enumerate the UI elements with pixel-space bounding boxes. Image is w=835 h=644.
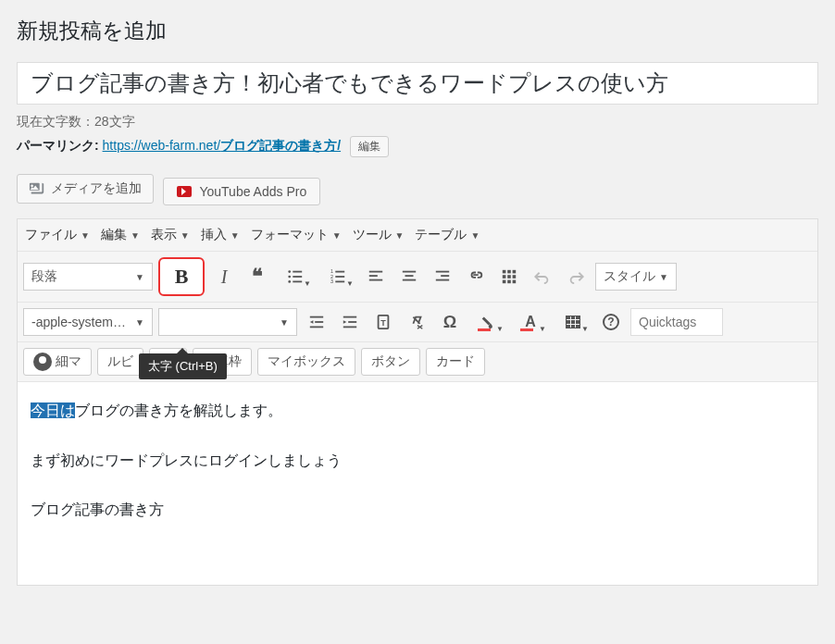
svg-rect-12 bbox=[369, 271, 382, 273]
clear-formatting-button[interactable] bbox=[403, 308, 430, 336]
table-button[interactable] bbox=[555, 308, 592, 336]
menu-table[interactable]: テーブル ▼ bbox=[415, 227, 480, 243]
svg-rect-7 bbox=[335, 271, 344, 273]
menu-view[interactable]: 表示 ▼ bbox=[151, 227, 190, 243]
svg-rect-34 bbox=[348, 321, 356, 323]
align-left-button[interactable] bbox=[362, 263, 390, 291]
toolbar-toggle-button[interactable] bbox=[495, 263, 523, 291]
svg-rect-18 bbox=[436, 271, 449, 273]
menu-tools[interactable]: ツール ▼ bbox=[353, 227, 405, 243]
svg-rect-13 bbox=[369, 275, 378, 277]
svg-rect-5 bbox=[293, 281, 302, 283]
selected-text: 今日は bbox=[31, 402, 75, 418]
keyboard-help-button[interactable]: ? bbox=[597, 308, 625, 336]
svg-rect-28 bbox=[507, 280, 511, 284]
editor-menubar: ファイル ▼ 編集 ▼ 表示 ▼ 挿入 ▼ フォーマット ▼ ツール ▼ テーブ… bbox=[18, 219, 817, 251]
svg-rect-14 bbox=[369, 279, 382, 281]
svg-rect-23 bbox=[513, 270, 517, 274]
youtube-adds-button[interactable]: YouTube Adds Pro bbox=[163, 178, 320, 205]
toolbar-row-1: 段落▼ B I ❝ 123 スタイル▼ bbox=[18, 251, 817, 302]
undo-button[interactable] bbox=[529, 263, 556, 291]
qt-mybox-button[interactable]: マイボックス bbox=[257, 348, 355, 376]
avatar-icon bbox=[33, 353, 52, 371]
svg-rect-16 bbox=[405, 275, 414, 277]
insert-link-button[interactable] bbox=[462, 263, 490, 291]
editor-container: ファイル ▼ 編集 ▼ 表示 ▼ 挿入 ▼ フォーマット ▼ ツール ▼ テーブ… bbox=[17, 218, 818, 586]
svg-rect-15 bbox=[403, 271, 416, 273]
media-icon bbox=[29, 180, 45, 197]
page-title: 新規投稿を追加 bbox=[17, 17, 818, 45]
svg-rect-20 bbox=[436, 279, 449, 281]
svg-rect-31 bbox=[315, 321, 323, 323]
svg-rect-35 bbox=[343, 327, 356, 328]
svg-point-4 bbox=[288, 280, 291, 283]
svg-rect-26 bbox=[513, 275, 517, 279]
indent-button[interactable] bbox=[336, 308, 364, 336]
toolbar-row-2: -apple-system…▼ ▼ T Ω A ? bbox=[18, 302, 817, 341]
font-size-select[interactable]: ▼ bbox=[158, 308, 297, 336]
special-char-button[interactable]: Ω bbox=[436, 308, 464, 336]
blockquote-button[interactable]: ❝ bbox=[243, 263, 271, 291]
svg-rect-3 bbox=[293, 276, 302, 278]
svg-rect-11 bbox=[335, 281, 344, 283]
align-center-button[interactable] bbox=[395, 263, 423, 291]
paste-text-button[interactable]: T bbox=[369, 308, 397, 336]
text-color-button[interactable]: A bbox=[512, 308, 549, 336]
svg-point-2 bbox=[288, 276, 291, 279]
svg-rect-30 bbox=[310, 316, 323, 318]
svg-text:3: 3 bbox=[330, 279, 333, 284]
svg-rect-32 bbox=[310, 327, 323, 328]
svg-point-0 bbox=[288, 270, 291, 273]
bold-button[interactable]: B bbox=[158, 257, 205, 296]
menu-edit[interactable]: 編集 ▼ bbox=[101, 227, 140, 243]
svg-rect-24 bbox=[503, 275, 506, 279]
paragraph-format-select[interactable]: 段落▼ bbox=[23, 263, 153, 291]
content-paragraph[interactable]: まず初めにワードプレスにログインしましょう bbox=[31, 449, 804, 473]
bg-color-button[interactable] bbox=[469, 308, 506, 336]
align-right-button[interactable] bbox=[429, 263, 456, 291]
permalink-row: パーマリンク: https://web-farm.net/ブログ記事の書き方/ … bbox=[17, 136, 818, 157]
qt-button-button[interactable]: ボタン bbox=[361, 348, 420, 376]
content-paragraph[interactable]: 今日はブログの書き方を解説します。 bbox=[31, 399, 804, 423]
editor-content-area[interactable]: 今日はブログの書き方を解説します。 まず初めにワードプレスにログインしましょう … bbox=[18, 381, 817, 585]
numbered-list-button[interactable]: 123 bbox=[319, 263, 356, 291]
svg-rect-9 bbox=[335, 276, 344, 278]
menu-insert[interactable]: 挿入 ▼ bbox=[201, 227, 240, 243]
qt-ruby-button[interactable]: ルビ bbox=[97, 348, 143, 376]
menu-file[interactable]: ファイル ▼ bbox=[25, 227, 90, 243]
svg-rect-33 bbox=[343, 316, 356, 318]
svg-rect-25 bbox=[507, 275, 511, 279]
svg-text:T: T bbox=[380, 318, 386, 328]
svg-rect-29 bbox=[513, 280, 517, 284]
svg-rect-27 bbox=[503, 280, 506, 284]
toolbar-row-3: 細マ ルビ CT 写真枠 マイボックス ボタン カード bbox=[18, 341, 817, 381]
post-title-input[interactable] bbox=[17, 62, 818, 105]
bold-tooltip: 太字 (Ctrl+B) bbox=[139, 353, 227, 379]
permalink-label: パーマリンク: bbox=[17, 138, 99, 153]
quicktags-input[interactable] bbox=[630, 308, 723, 336]
qt-avatar-saima-button[interactable]: 細マ bbox=[23, 348, 92, 376]
char-count-text: 現在文字数：28文字 bbox=[17, 114, 818, 130]
svg-rect-19 bbox=[441, 275, 449, 277]
menu-format[interactable]: フォーマット ▼ bbox=[251, 227, 342, 243]
outdent-button[interactable] bbox=[303, 308, 330, 336]
style-select[interactable]: スタイル▼ bbox=[595, 263, 677, 291]
svg-rect-22 bbox=[507, 270, 511, 274]
permalink-link[interactable]: https://web-farm.net/ブログ記事の書き方/ bbox=[103, 138, 342, 153]
qt-card-button[interactable]: カード bbox=[426, 348, 485, 376]
content-paragraph[interactable]: ブログ記事の書き方 bbox=[31, 498, 804, 522]
permalink-edit-button[interactable]: 編集 bbox=[350, 136, 389, 157]
font-family-select[interactable]: -apple-system…▼ bbox=[23, 308, 153, 336]
svg-rect-21 bbox=[503, 270, 506, 274]
redo-button[interactable] bbox=[562, 263, 590, 291]
youtube-icon bbox=[177, 186, 192, 197]
svg-rect-17 bbox=[403, 279, 416, 281]
italic-button[interactable]: I bbox=[210, 263, 238, 291]
svg-rect-1 bbox=[293, 271, 302, 273]
add-media-button[interactable]: メディアを追加 bbox=[17, 174, 154, 204]
bullet-list-button[interactable] bbox=[277, 263, 314, 291]
